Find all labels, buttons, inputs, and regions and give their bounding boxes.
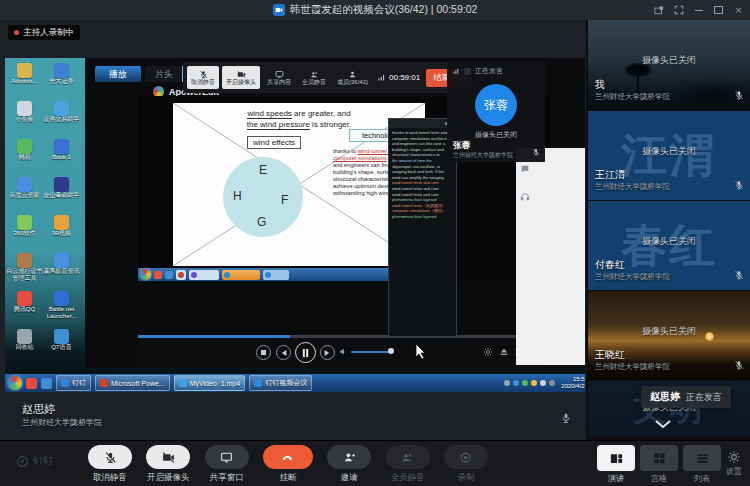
mic-muted-pill [88,445,132,469]
player-tab-clip[interactable]: 片头 [145,66,183,82]
signal-icon [377,73,386,82]
desktop-icon[interactable]: QT语音 [43,327,80,365]
titlebar: 韩世霞发起的视频会议(36/42) | 00:59:02 × [0,0,750,20]
desktop-icon-label: 白云规行证书管理工具 [7,268,43,281]
desktop-icon-label: 光大证券 [50,78,74,85]
record-button[interactable]: 录制 [444,445,488,484]
start-orb-icon[interactable] [8,376,22,390]
taskbar-button[interactable]: MyVideo_1.mp4 [174,375,245,391]
transcript-window-titlebar [389,119,456,128]
mini-person-button[interactable]: 成员(36/42) [333,66,372,89]
phone-hangup-button[interactable]: 挂断 [263,445,313,484]
desktop-icon[interactable]: 光大证券 [43,61,80,99]
desktop-icon[interactable]: 白云规行证书管理工具 [6,251,43,289]
mic-muted-icon [734,270,744,280]
desktop-icon[interactable]: 网易 [6,137,43,175]
headset-icon[interactable] [520,192,530,202]
chat-bubble-icon[interactable] [520,164,530,174]
close-icon[interactable]: × [733,5,744,16]
view-grid-button[interactable]: 宫格 [640,445,678,484]
maximize-icon[interactable] [713,5,724,16]
mic-muted-icon [734,360,744,370]
view-list-button[interactable]: 列表 [683,445,721,484]
slide-heading: wind speeds are greater, and the wind pr… [183,108,415,130]
quicklaunch-qq-icon[interactable] [26,378,37,389]
desktop-icon-glyph [17,139,32,154]
desktop-icon[interactable]: 99视频 [43,213,80,251]
view-speaker-box [597,445,635,471]
view-speaker-button[interactable]: 演讲 [597,445,635,484]
next-button[interactable] [320,345,335,360]
panel-icon[interactable] [653,5,664,16]
participant-tile[interactable]: 摄像头已关闭 王晓红 兰州财经大学陇桥学院 [588,291,750,380]
recorded-start-orb-icon [140,269,151,280]
recording-dot-icon [14,30,19,35]
desktop-icon[interactable]: 回收站 [6,327,43,365]
signal-icon [452,67,460,75]
settings-button[interactable]: 设置 [726,445,742,477]
mini-people-mute-button[interactable]: 全员静音 [298,66,330,89]
volume-icon[interactable] [339,347,348,356]
taskbar-button[interactable]: 钉钉 [56,375,91,391]
chevron-down-icon[interactable] [655,420,671,429]
person-plus-button[interactable]: 邀请 [327,445,371,484]
speaking-toast: 赵思婷 正在发言 [641,386,731,408]
settings-icon[interactable] [483,347,493,357]
desktop-icon-label: Adminis... [11,78,37,85]
speaker-panel-org: 兰州财经大学陇桥学院 [453,151,513,160]
mini-mic-muted-button[interactable]: 取消静音 [187,66,219,89]
taskbar-button[interactable]: 钉钉视频会议 [249,375,312,391]
desktop-icon-glyph [17,329,32,344]
transcript-line: swaying back and forth. If the [392,169,453,175]
quicklaunch-browser-icon[interactable] [41,378,52,389]
recorded-task-button-active [222,270,260,280]
dingtalk-logo-icon [16,455,29,468]
desktop-icon[interactable]: 金山毒霸助手 [43,175,80,213]
slide-circle-diagram: E H F G [223,157,303,237]
phone-hangup-icon [281,451,294,464]
desktop-icon[interactable]: Adminis... [6,61,43,99]
desktop-icon[interactable]: 证券交易助手 [43,99,80,137]
desktop-icon[interactable]: 暴风影音资讯 [43,251,80,289]
desktop-icon[interactable]: 360软件 [6,213,43,251]
desktop-icon-glyph [17,215,32,230]
previous-button[interactable] [276,345,291,360]
desktop-icon[interactable]: 百度云管家 [6,175,43,213]
mini-screen-share-button[interactable]: 共享内容 [263,66,295,89]
desktop-icon-glyph [17,253,32,268]
desktop-icon-label: QT语音 [51,344,71,351]
participant-tile[interactable]: 春红 摄像头已关闭 付春红 兰州财经大学陇桥学院 [588,201,750,290]
mini-camera-muted-button[interactable]: 开启摄像头 [222,66,260,89]
meeting-app-icon [273,4,285,16]
wind-effects-box: wind effects [247,136,301,149]
participant-tile-me[interactable]: 摄像头已关闭 我 兰州财经大学陇桥学院 [588,20,750,110]
mic-muted-button[interactable]: 取消静音 [88,445,132,484]
pause-button[interactable] [295,342,316,363]
volume-slider[interactable] [351,351,391,353]
stop-button[interactable] [256,345,271,360]
desktop-icon[interactable]: Battle.net Launcher... [43,289,80,327]
desktop-icon[interactable]: 小鱼板 [6,99,43,137]
player-tab-play[interactable]: 播放 [95,66,141,82]
system-tray: 15:542020/4/23 [504,376,585,390]
desktop-icon-glyph [54,177,69,192]
camera-muted-icon [237,70,246,79]
desktop-icon-label: 腾讯QQ [14,306,35,313]
desktop-icon-glyph [54,139,69,154]
eject-icon[interactable] [499,347,509,357]
taskbar-button[interactable]: Microsoft Powe... [95,375,170,391]
fullscreen-icon[interactable] [673,5,684,16]
camera-muted-icon [162,451,175,464]
desktop-icon[interactable]: 腾讯QQ [6,289,43,327]
people-mute-button[interactable]: 全员静音 [386,445,430,484]
camera-muted-button[interactable]: 开启摄像头 [146,445,190,484]
volume-slider-handle[interactable] [388,348,394,354]
minimize-icon[interactable] [693,5,704,16]
screen-share-button[interactable]: 共享窗口 [205,445,249,484]
record-pill [444,445,488,469]
desktop-icon[interactable]: Book 1 [43,137,80,175]
person-plus-pill [327,445,371,469]
desktop-icon-glyph [17,291,32,306]
gear-icon [727,450,741,464]
participant-tile[interactable]: 江渭 摄像头已关闭 王江渭 兰州财经大学陇桥学院 [588,111,750,200]
